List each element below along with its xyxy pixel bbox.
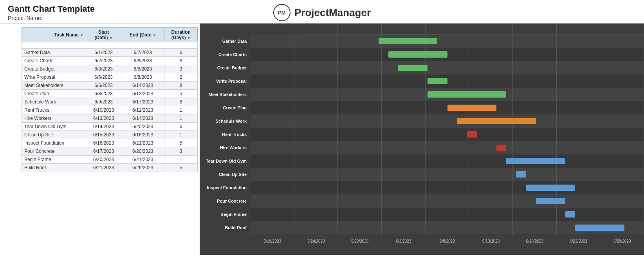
- cell-end: 6/14/2023: [121, 82, 164, 90]
- table-row: Inspect Foundation 6/16/2023 6/21/2023 5: [22, 139, 198, 147]
- bar-row: [251, 208, 644, 221]
- cell-duration: 6: [164, 49, 198, 57]
- cell-end: 6/20/2023: [121, 123, 164, 131]
- x-axis: 5/19/20235/24/20235/29/20236/3/20236/8/2…: [251, 235, 644, 247]
- bar-row: [251, 34, 644, 48]
- cell-end: 6/13/2023: [121, 90, 164, 98]
- cell-start: 6/2/2023: [86, 57, 121, 65]
- brand-name: ProjectManager: [294, 7, 371, 19]
- gantt-bar: [526, 185, 575, 191]
- x-axis-label: 6/23/2023: [557, 239, 601, 243]
- empty-row: [22, 42, 198, 49]
- gantt-bar: [447, 105, 497, 111]
- gantt-bar: [496, 145, 506, 151]
- main-content: Task Name ▼ Start(Date) ▼ End (Date ▼ Du…: [0, 24, 644, 255]
- x-axis-label: 6/3/2023: [382, 239, 426, 243]
- bar-row: [251, 88, 644, 101]
- cell-start: 6/3/2023: [86, 65, 121, 73]
- x-axis-label: 6/8/2023: [426, 239, 469, 243]
- filter-icon-start[interactable]: ▼: [109, 36, 113, 40]
- table-row: Create Charts 6/2/2023 6/8/2023 6: [22, 57, 198, 65]
- cell-duration: 5: [164, 139, 198, 147]
- bar-row: [251, 101, 644, 114]
- cell-end: 6/26/2023: [121, 164, 164, 172]
- gantt-bar: [388, 51, 447, 58]
- chart-task-label: Rent Trucks: [200, 128, 251, 141]
- chart-task-label: Begin Frame: [200, 208, 251, 221]
- gantt-bar: [467, 131, 477, 138]
- cell-end: 6/21/2023: [121, 139, 164, 147]
- pm-logo: PM: [273, 4, 290, 21]
- cell-task-name: Create Charts: [22, 57, 86, 65]
- table-row: Build Roof 6/21/2023 6/26/2023 5: [22, 164, 198, 172]
- cell-task-name: Meet Stakeholders: [22, 82, 86, 90]
- bar-row: [251, 221, 644, 234]
- filter-icon-duration[interactable]: ▼: [187, 36, 191, 40]
- table-row: Clean Up Site 6/15/2023 6/16/2023 1: [22, 131, 198, 139]
- cell-duration: 5: [164, 90, 198, 98]
- chart-task-label: Create Charts: [200, 48, 251, 61]
- cell-duration: 5: [164, 164, 198, 172]
- cell-start: 6/13/2023: [86, 114, 121, 123]
- cell-duration: 8: [164, 82, 198, 90]
- col-start: Start(Date) ▼: [86, 28, 121, 42]
- chart-task-label: Schedule Work: [200, 114, 251, 128]
- page-header: Gantt Chart Template Project Name: PM Pr…: [0, 0, 644, 24]
- cell-task-name: Gather Data: [22, 49, 86, 57]
- bar-row: [251, 181, 644, 194]
- chart-task-label: Pour Concrete: [200, 194, 251, 208]
- app-title: Gantt Chart Template: [8, 4, 217, 14]
- col-task-name: Task Name ▼: [22, 28, 86, 42]
- cell-task-name: Tear Down Old Gym: [22, 123, 86, 131]
- table-row: Create Budget 6/3/2023 6/6/2023 3: [22, 65, 198, 73]
- gantt-bar: [428, 78, 447, 84]
- table-row: Create Plan 6/8/2023 6/13/2023 5: [22, 90, 198, 98]
- chart-task-label: Meet Stakeholders: [200, 88, 251, 101]
- cell-end: 6/17/2023: [121, 98, 164, 106]
- bar-row: [251, 61, 644, 74]
- task-table: Task Name ▼ Start(Date) ▼ End (Date ▼ Du…: [22, 27, 198, 172]
- pm-logo-text: PM: [278, 10, 286, 16]
- cell-task-name: Hire Workers: [22, 114, 86, 123]
- cell-task-name: Create Budget: [22, 65, 86, 73]
- table-row: Gather Data 6/1/2023 6/7/2023 6: [22, 49, 198, 57]
- gantt-bar: [379, 38, 438, 44]
- chart-task-label: Create Plan: [200, 101, 251, 114]
- x-axis-label: 6/13/2023: [469, 239, 513, 243]
- chart-inner: Gather DataCreate ChartsCreate BudgetWri…: [200, 24, 644, 255]
- cell-start: 6/1/2023: [86, 49, 121, 57]
- cell-end: 6/6/2023: [121, 65, 164, 73]
- cell-start: 6/8/2023: [86, 90, 121, 98]
- cell-end: 6/21/2023: [121, 156, 164, 164]
- cell-start: 6/16/2023: [86, 139, 121, 147]
- gantt-bar: [398, 65, 428, 71]
- chart-task-label: Tear Down Old Gym: [200, 154, 251, 168]
- chart-task-label: Gather Data: [200, 34, 251, 48]
- cell-task-name: Rent Trucks: [22, 106, 86, 114]
- cell-start: 6/14/2023: [86, 123, 121, 131]
- cell-start: 6/21/2023: [86, 164, 121, 172]
- cell-duration: 2: [164, 73, 198, 82]
- cell-task-name: Create Plan: [22, 90, 86, 98]
- task-table-section: Task Name ▼ Start(Date) ▼ End (Date ▼ Du…: [0, 24, 200, 255]
- bar-row: [251, 74, 644, 88]
- filter-icon-end[interactable]: ▼: [153, 33, 156, 37]
- table-row: Schedule Work 6/9/2023 6/17/2023 8: [22, 98, 198, 106]
- chart-task-label: Create Budget: [200, 61, 251, 74]
- cell-duration: 3: [164, 147, 198, 156]
- cell-end: 6/11/2023: [121, 106, 164, 114]
- chart-task-label: Hire Workers: [200, 141, 251, 154]
- table-row: Begin Frame 6/20/2023 6/21/2023 1: [22, 156, 198, 164]
- cell-duration: 1: [164, 131, 198, 139]
- cell-duration: 1: [164, 156, 198, 164]
- filter-icon-task[interactable]: ▼: [80, 33, 83, 37]
- cell-duration: 6: [164, 57, 198, 65]
- gantt-bar: [457, 118, 536, 124]
- bar-row: [251, 141, 644, 154]
- chart-task-label: Inspect Foundation: [200, 181, 251, 194]
- cell-task-name: Write Proposal: [22, 73, 86, 82]
- bars-container: [251, 34, 644, 234]
- x-axis-label: 5/29/2023: [338, 239, 382, 243]
- cell-start: 6/20/2023: [86, 156, 121, 164]
- cell-task-name: Clean Up Site: [22, 131, 86, 139]
